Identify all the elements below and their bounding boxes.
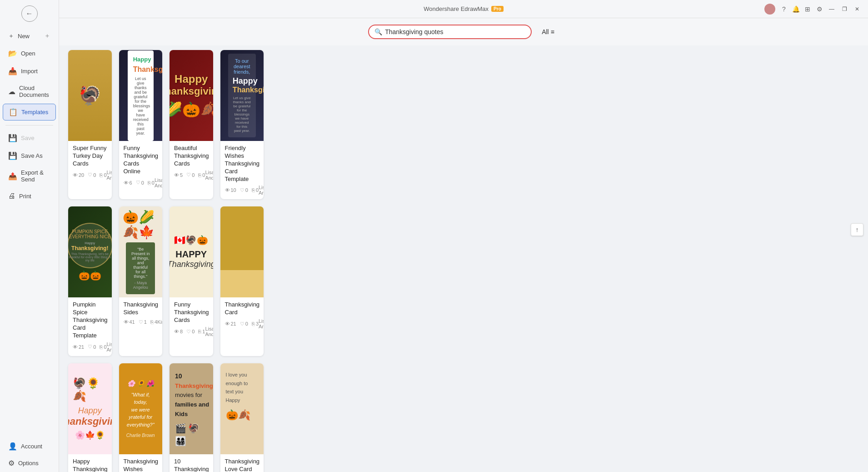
card-1-info: Super Funny Turkey Day Cards 👁 20 ♡ 0 ⎘ …: [68, 141, 112, 184]
account-icon: 👤: [8, 442, 17, 451]
sidebar-item-import[interactable]: 📥 Import: [3, 63, 56, 79]
card-8-image: [220, 206, 264, 297]
card-partial-top[interactable]: Thanksgiving Card 👁 21 ♡ 0 ⎘ 3 Lisa Ande…: [220, 206, 264, 356]
card-8-stats: 👁 21 ♡ 0 ⎘ 3: [225, 321, 259, 327]
copy-icon-6: ⎘: [150, 319, 154, 325]
sidebar-item-export[interactable]: 📤 Export & Send: [3, 166, 56, 186]
main-content: Wondershare EdrawMax Pro ? 🔔 ⊞ ⚙ — ❐ ✕ 🔍…: [59, 18, 868, 472]
sidebar-item-templates[interactable]: 📋 Templates: [3, 104, 56, 121]
eye-icon-7: 👁: [174, 329, 179, 334]
card-9-image: 🦃🌻🍂 Happy Thanksgiving 🌸🍁🌻: [68, 363, 112, 454]
new-plus-icon: ＋: [44, 32, 50, 40]
card-1-copies: ⎘ 0: [100, 172, 106, 178]
card-4-image: To our dearest friends, Happy Thanksgivi…: [220, 50, 264, 141]
card-6-copies: ⎘ 4: [150, 319, 157, 325]
card-6-meta: 👁 41 ♡ 1 ⎘ 4 Kiraaaa: [124, 318, 158, 326]
search-input[interactable]: [385, 28, 525, 35]
cloud-icon: ☁: [8, 87, 15, 96]
card-8-views: 👁 21: [225, 321, 236, 326]
card-8-title: Thanksgiving Card: [225, 301, 259, 316]
back-button[interactable]: ←: [0, 0, 59, 27]
card-3-info: Beautiful Thanksgiving Cards 👁 5 ♡ 0 ⎘ 0…: [170, 141, 213, 184]
heart-icon: ♡: [88, 172, 92, 178]
card-11-title: 10 Thanksgiving movies for families and …: [174, 458, 209, 472]
sidebar-item-templates-label: Templates: [21, 109, 48, 115]
card-2-info: Funny Thanksgiving Cards Online 👁 6 ♡ 0 …: [119, 141, 163, 192]
card-11-info: 10 Thanksgiving movies for families and …: [170, 454, 213, 472]
eye-icon-6: 👁: [124, 319, 129, 325]
card-5-meta: 👁 21 ♡ 0 ⎘ 0 Lisa Anders...: [73, 341, 107, 352]
eye-icon-5: 👁: [73, 344, 78, 350]
card-5-views: 👁 21: [73, 344, 84, 350]
filter-button[interactable]: All ≡: [537, 25, 559, 38]
sidebar-item-import-label: Import: [21, 68, 38, 75]
card-funny-thanksgiving[interactable]: 🇨🇦🦃🎃 HAPPY Thanksgiving Funny Thanksgivi…: [170, 206, 213, 356]
card-love-text[interactable]: I love you enough to text you Happy 🎃🍂 T…: [220, 363, 264, 472]
card-funny-thanksgiving-online[interactable]: Happy Thanksgiving Let us give thanks an…: [119, 50, 163, 199]
import-icon: 📥: [8, 67, 17, 75]
card-7-title: Funny Thanksgiving Cards: [174, 301, 209, 324]
card-5-copies: ⎘ 0: [100, 344, 106, 350]
card-2-likes: ♡ 0: [136, 180, 144, 186]
card-7-copies: ⎘ 1: [198, 329, 205, 334]
card-3-author-name: Lisa Anders...: [205, 170, 213, 181]
sidebar-item-save: 💾 Save: [3, 130, 56, 146]
card-1-views: 👁 20: [73, 172, 84, 178]
card-pumpkin-spice[interactable]: PUMPKIN SPICE EVERYTHING NICE Happy Than…: [68, 206, 112, 356]
card-12-image: I love you enough to text you Happy 🎃🍂: [220, 363, 264, 454]
card-5-title: Pumpkin Spice Thanksgiving Card Template: [73, 301, 107, 339]
sidebar-item-cloud[interactable]: ☁ Cloud Documents: [3, 81, 56, 102]
sidebar-item-save-as-label: Save As: [21, 152, 43, 159]
card-3-title: Beautiful Thanksgiving Cards: [174, 145, 209, 168]
card-7-views: 👁 8: [174, 329, 183, 334]
card-friendly-wishes[interactable]: To our dearest friends, Happy Thanksgivi…: [220, 50, 264, 199]
card-happy-thanksgiving[interactable]: 🦃🌻🍂 Happy Thanksgiving 🌸🍁🌻 Happy Thanksg…: [68, 363, 112, 472]
card-super-funny-turkey[interactable]: 🦃 Super Funny Turkey Day Cards 👁 20 ♡ 0 …: [68, 50, 112, 199]
heart-icon-6: ♡: [139, 319, 143, 325]
card-beautiful-thanksgiving[interactable]: Happy Thanksgiving 🌽🎃🍂 Beautiful Thanksg…: [170, 50, 213, 199]
back-circle-icon[interactable]: ←: [21, 5, 38, 22]
sidebar-item-save-as[interactable]: 💾 Save As: [3, 148, 56, 164]
card-5-stats: 👁 21 ♡ 0 ⎘ 0: [73, 344, 107, 350]
card-7-info: Funny Thanksgiving Cards 👁 8 ♡ 0 ⎘ 1 Lis…: [170, 297, 213, 341]
card-5-image: PUMPKIN SPICE EVERYTHING NICE Happy Than…: [68, 206, 112, 297]
heart-icon-4: ♡: [240, 187, 244, 193]
sidebar-item-new[interactable]: ＋ New ＋: [3, 28, 56, 44]
card-8-meta: 👁 21 ♡ 0 ⎘ 3 Lisa Anders...: [225, 318, 259, 329]
card-5-info: Pumpkin Spice Thanksgiving Card Template…: [68, 297, 112, 356]
card-5-author: Lisa Anders...: [107, 341, 112, 352]
card-thanksgiving-wishes[interactable]: 🌸 🌻 🌺 "What if, today, we were yrateful …: [119, 363, 163, 472]
options-icon: ⚙: [8, 459, 15, 467]
card-3-copies: ⎘ 0: [198, 172, 205, 178]
card-6-views: 👁 41: [124, 319, 135, 325]
sidebar-item-export-label: Export & Send: [21, 169, 50, 183]
card-4-stats: 👁 10 ♡ 0 ⎘ 0: [225, 187, 259, 193]
cards-grid: 🦃 Super Funny Turkey Day Cards 👁 20 ♡ 0 …: [68, 50, 264, 472]
print-icon: 🖨: [8, 192, 15, 200]
sidebar-item-print[interactable]: 🖨 Print: [3, 188, 56, 204]
scroll-top-button[interactable]: ↑: [851, 223, 863, 236]
cards-container: 🦃 Super Funny Turkey Day Cards 👁 20 ♡ 0 …: [59, 45, 868, 472]
filter-label: All: [542, 28, 549, 35]
card-thanksgiving-sides[interactable]: 🎃🌽🍂🍁 "Be Present in all things, and than…: [119, 206, 163, 356]
card-4-title: Friendly Wishes Thanksgiving Card Templa…: [225, 145, 259, 183]
search-icon: 🔍: [374, 28, 382, 35]
card-1-author: Lisa Anders...: [107, 170, 112, 181]
card-4-likes: ♡ 0: [240, 187, 248, 193]
card-thanksgiving-movies[interactable]: 10 Thanksgiving movies for families and …: [170, 363, 213, 472]
card-7-image: 🇨🇦🦃🎃 HAPPY Thanksgiving: [170, 206, 213, 297]
sidebar-item-open[interactable]: 📂 Open: [3, 45, 56, 61]
sidebar-item-options[interactable]: ⚙ Options: [3, 455, 56, 471]
sidebar-item-account[interactable]: 👤 Account: [3, 438, 56, 454]
card-4-meta: 👁 10 ♡ 0 ⎘ 0 Lisa Anders...: [225, 185, 259, 196]
eye-icon-2: 👁: [124, 180, 129, 186]
card-7-likes: ♡ 0: [186, 329, 195, 335]
card-8-author: Lisa Anders...: [259, 318, 264, 329]
heart-icon-5: ♡: [88, 344, 92, 350]
card-12-info: Thanksgiving Love Card 👁 0: [220, 454, 264, 472]
copy-icon-5: ⎘: [100, 344, 103, 350]
card-4-author: Lisa Anders...: [259, 185, 264, 196]
card-9-info: Happy Thanksgiving 👁 165 ♡ 2 ⎘ 24 Kiraaa…: [68, 454, 112, 472]
search-bar-container: 🔍 All ≡: [59, 18, 868, 45]
save-as-icon: 💾: [8, 151, 17, 160]
